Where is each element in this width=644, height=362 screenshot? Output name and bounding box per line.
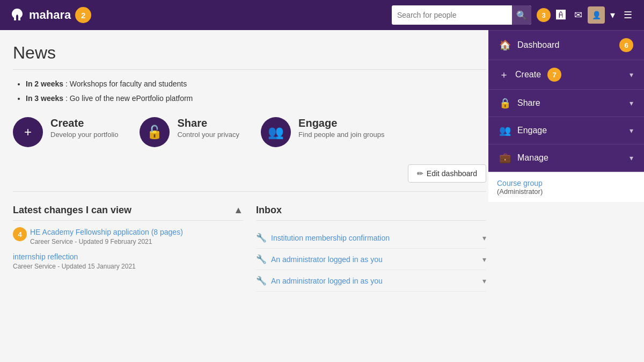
dashboard-icon: 🏠: [499, 39, 511, 51]
inbox-link-1[interactable]: Institution membership confirmation: [271, 234, 390, 242]
create-label: Create: [50, 117, 118, 129]
search-button[interactable]: 🔍: [512, 5, 531, 25]
dropdown-dashboard[interactable]: 🏠 Dashboard 6: [488, 31, 644, 60]
inbox-link-3[interactable]: An administrator logged in as you: [271, 277, 383, 285]
engage-action[interactable]: 👥 Engage Find people and join groups: [261, 117, 384, 147]
latest-changes-collapse[interactable]: ▲: [233, 205, 243, 216]
latest-changes-panel: Latest changes I can view ▲ 4 HE Academy…: [13, 205, 243, 292]
create-chevron: ▾: [630, 70, 633, 79]
create-circle: +: [13, 117, 43, 147]
share-chevron: ▾: [630, 99, 633, 107]
news-title: News: [13, 43, 486, 63]
bottom-row: Latest changes I can view ▲ 4 HE Academy…: [13, 205, 486, 292]
search-input[interactable]: [392, 5, 512, 25]
dropdown-share-label: Share: [517, 98, 540, 108]
dropdown-dashboard-label: Dashboard: [517, 40, 559, 50]
inbox-icon-2: 🔧: [256, 254, 267, 264]
dropdown-share[interactable]: 🔒 Share ▾: [488, 90, 644, 117]
dropdown-manage[interactable]: 💼 Manage ▾: [488, 144, 644, 172]
inbox-header: Inbox: [256, 205, 486, 221]
dropdown-create-label: Create: [515, 70, 541, 79]
messages-button[interactable]: ✉: [571, 7, 586, 23]
change-link-1[interactable]: HE Academy Fellowship application (8 pag…: [30, 228, 183, 236]
language-button[interactable]: 🅰: [553, 8, 569, 23]
inbox-icon-1: 🔧: [256, 233, 267, 243]
news-list: In 2 weeks : Workshops for faculty and s…: [13, 78, 486, 104]
engage-label: Engage: [298, 117, 384, 129]
edit-dashboard-icon: ✏: [417, 169, 423, 178]
nav-badge-2: 2: [75, 7, 91, 23]
edit-dashboard-label: Edit dashboard: [427, 169, 477, 178]
create-action[interactable]: + Create Develop your portfolio: [13, 117, 118, 147]
course-group-card: Course group (Administrator): [488, 172, 644, 202]
change-link-2[interactable]: internship reflection: [13, 252, 78, 261]
nav-badge-3: 3: [537, 8, 551, 22]
change-sub-2: Career Service - Updated 15 January 2021: [13, 263, 243, 270]
manage-chevron: ▾: [630, 154, 633, 162]
inbox-item-2[interactable]: 🔧 An administrator logged in as you ▾: [256, 249, 486, 270]
share-action[interactable]: 🔓 Share Control your privacy: [140, 117, 239, 147]
inbox-link-2[interactable]: An administrator logged in as you: [271, 255, 383, 264]
menu-button[interactable]: ☰: [620, 7, 635, 23]
inbox-chevron-3: ▾: [482, 277, 486, 285]
dropdown-engage[interactable]: 👥 Engage ▾: [488, 117, 644, 144]
topnav-icons: 3 🅰 ✉ 👤 ▾ ☰: [537, 6, 635, 24]
main-content: News In 2 weeks : Workshops for faculty …: [0, 30, 499, 305]
edit-dashboard-row: ✏ Edit dashboard: [13, 164, 486, 192]
inbox-item-3[interactable]: 🔧 An administrator logged in as you ▾: [256, 270, 486, 292]
inbox-chevron-1: ▾: [482, 234, 486, 242]
create-text: Create Develop your portfolio: [50, 117, 118, 139]
change-item-1: 4 HE Academy Fellowship application (8 p…: [13, 227, 243, 245]
dropdown-badge-6: 6: [619, 38, 633, 52]
inbox-title: Inbox: [256, 205, 282, 216]
change-item-2: internship reflection Career Service - U…: [13, 252, 243, 270]
news-item-2: In 3 weeks : Go live of the new ePortfol…: [26, 93, 486, 104]
news-item-2-text: : Go live of the new ePortfolio platform: [65, 94, 193, 103]
share-circle: 🔓: [140, 117, 170, 147]
dropdown-menu: 🏠 Dashboard 6 ＋ Create 7 ▾ 🔒 Share ▾ 👥 E…: [488, 30, 644, 202]
change-badge-4: 4: [13, 227, 27, 241]
manage-icon: 💼: [499, 152, 511, 164]
inbox-item-1[interactable]: 🔧 Institution membership confirmation ▾: [256, 227, 486, 249]
user-dropdown-button[interactable]: ▾: [607, 7, 618, 23]
engage-sub: Find people and join groups: [298, 131, 384, 139]
avatar[interactable]: 👤: [588, 6, 605, 24]
latest-changes-title: Latest changes I can view: [13, 205, 131, 216]
change-sub-1: Career Service - Updated 9 February 2021: [30, 238, 183, 245]
top-navigation: mahara 2 🔍 3 🅰 ✉ 👤 ▾ ☰ 🏠 Dashboard 6 ＋ C…: [0, 0, 644, 30]
create-icon: ＋: [499, 68, 509, 81]
engage-icon: 👥: [499, 125, 511, 136]
share-sub: Control your privacy: [177, 131, 239, 139]
news-item-1: In 2 weeks : Workshops for faculty and s…: [26, 78, 486, 90]
latest-changes-header: Latest changes I can view ▲: [13, 205, 243, 221]
action-row: + Create Develop your portfolio 🔓 Share …: [13, 117, 486, 147]
news-item-1-text: : Workshops for faculty and students: [65, 79, 187, 88]
news-item-2-label: In 3 weeks: [26, 94, 63, 103]
inbox-chevron-2: ▾: [482, 255, 486, 264]
share-text: Share Control your privacy: [177, 117, 239, 139]
inbox-icon-3: 🔧: [256, 276, 267, 286]
dropdown-engage-label: Engage: [517, 126, 547, 135]
news-divider: [13, 69, 486, 70]
engage-chevron: ▾: [630, 126, 633, 135]
inbox-panel: Inbox 🔧 Institution membership confirmat…: [256, 205, 486, 292]
share-label: Share: [177, 117, 239, 129]
search-container: 🔍: [392, 5, 531, 25]
engage-text: Engage Find people and join groups: [298, 117, 384, 139]
dropdown-create[interactable]: ＋ Create 7 ▾: [488, 60, 644, 90]
share-icon: 🔒: [499, 97, 511, 109]
logo[interactable]: mahara: [9, 6, 71, 24]
create-sub: Develop your portfolio: [50, 131, 118, 139]
dropdown-manage-label: Manage: [517, 153, 548, 163]
dropdown-badge-7: 7: [547, 68, 561, 82]
news-item-1-label: In 2 weeks: [26, 79, 63, 88]
change-pages-1: (8 pages): [151, 228, 183, 236]
course-group-title[interactable]: Course group: [497, 179, 635, 187]
course-group-sub: (Administrator): [497, 187, 635, 196]
edit-dashboard-button[interactable]: ✏ Edit dashboard: [408, 164, 486, 183]
engage-circle: 👥: [261, 117, 291, 147]
